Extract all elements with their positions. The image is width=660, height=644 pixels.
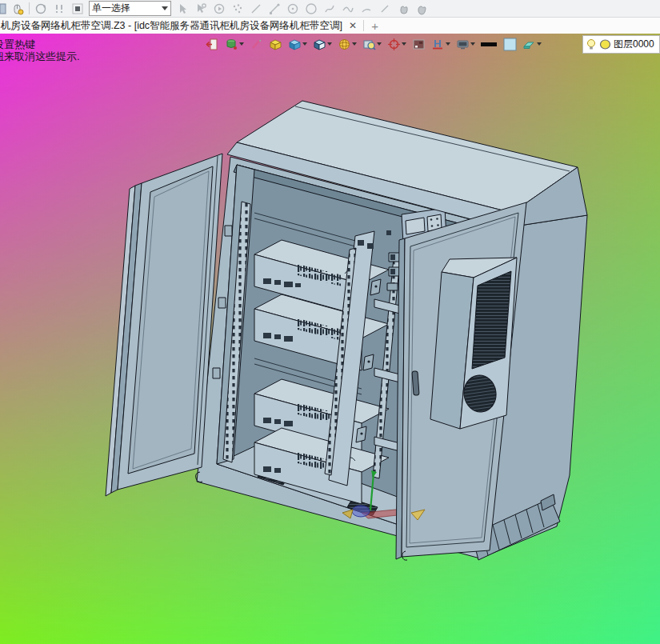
toolbar-separator <box>29 2 30 14</box>
segment-icon[interactable] <box>378 2 392 16</box>
model-viewport[interactable]: 设置热键 钮来取消这些提示. <box>0 34 660 644</box>
tab-separator <box>363 20 364 31</box>
cad-application-window: 单一选择 <box>0 0 660 644</box>
chevron-down-icon <box>162 6 168 10</box>
cursor-query-icon[interactable] <box>194 2 208 16</box>
pan-hand-icon[interactable] <box>396 2 410 16</box>
curve-icon[interactable] <box>341 2 355 16</box>
display-screen <box>406 218 425 234</box>
line-icon[interactable] <box>249 2 263 16</box>
arc-icon[interactable] <box>359 2 374 16</box>
clipped-icon[interactable] <box>0 2 6 16</box>
constraints-icon[interactable] <box>52 2 66 16</box>
new-tab-button[interactable]: + <box>371 19 378 33</box>
quick-toolbar: 单一选择 <box>0 0 660 18</box>
spline-icon[interactable] <box>322 2 337 16</box>
grab-hand-icon[interactable] <box>414 2 429 16</box>
active-document-tab[interactable]: 机房设备网络机柜带空调.Z3 - [idc智能服务器通讯柜机房设备网络机柜带空调… <box>0 19 342 33</box>
stop-icon[interactable] <box>70 2 85 16</box>
cabinet-3d-model[interactable] <box>0 34 660 644</box>
ac-louver-grille <box>472 271 511 369</box>
points-icon[interactable] <box>230 2 245 16</box>
polyline-icon[interactable] <box>267 2 282 16</box>
cabinet-group <box>106 101 587 560</box>
top-clip <box>358 240 364 246</box>
circle-center-icon[interactable] <box>286 2 300 16</box>
rotate-view-icon[interactable] <box>34 2 48 16</box>
mouse-hotkey-icon[interactable] <box>10 2 25 16</box>
top-clip <box>367 243 374 249</box>
circle-icon[interactable] <box>304 2 318 16</box>
ac-unit <box>430 258 517 429</box>
door-handle <box>412 371 419 395</box>
selection-mode-combo[interactable]: 单一选择 <box>89 1 171 16</box>
tab-close-button[interactable]: ✕ <box>349 20 357 31</box>
document-tab-bar: 机房设备网络机柜带空调.Z3 - [idc智能服务器通讯柜机房设备网络机柜带空调… <box>0 18 660 34</box>
cursor-icon[interactable] <box>175 2 190 16</box>
selection-mode-value: 单一选择 <box>92 2 158 15</box>
origin-marker <box>352 506 370 517</box>
orbit-play-icon[interactable] <box>212 2 226 16</box>
